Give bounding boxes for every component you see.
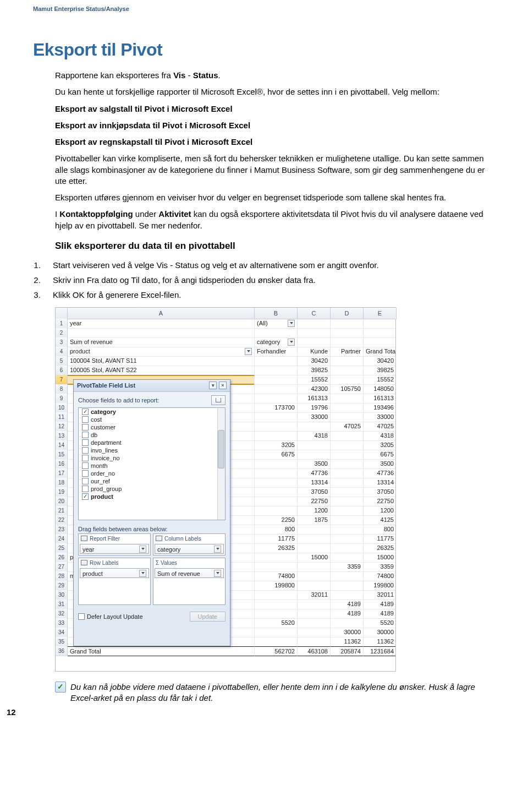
- cell[interactable]: [331, 478, 364, 488]
- table-row[interactable]: 1year(All): [56, 319, 395, 328]
- cell[interactable]: 1200: [364, 506, 395, 516]
- row-header[interactable]: 23: [56, 525, 68, 535]
- cell[interactable]: 3359: [331, 562, 364, 572]
- row-header[interactable]: 19: [56, 487, 68, 497]
- row-header[interactable]: 22: [56, 515, 68, 525]
- pivot-field-product[interactable]: product: [79, 493, 225, 500]
- cell[interactable]: 42300: [298, 384, 331, 394]
- row-header[interactable]: 1: [56, 319, 68, 329]
- cell[interactable]: [331, 440, 364, 450]
- cell[interactable]: 30000: [364, 628, 395, 637]
- cell[interactable]: [255, 506, 298, 516]
- row-header[interactable]: 15: [56, 450, 68, 460]
- cell[interactable]: Sum of revenue: [68, 337, 255, 347]
- cell[interactable]: 173700: [255, 403, 298, 413]
- cell[interactable]: 19796: [298, 403, 331, 413]
- cell[interactable]: 33000: [364, 412, 395, 422]
- cell[interactable]: [331, 487, 364, 497]
- row-header[interactable]: 28: [56, 571, 68, 581]
- cell[interactable]: Kunde: [298, 347, 331, 357]
- cell[interactable]: [331, 394, 364, 404]
- cell[interactable]: [331, 431, 364, 441]
- row-header[interactable]: 31: [56, 600, 68, 609]
- cell[interactable]: 1875: [298, 515, 331, 525]
- cell[interactable]: 3205: [255, 440, 298, 450]
- cell[interactable]: 30000: [331, 628, 364, 637]
- cell[interactable]: [255, 487, 298, 497]
- chevron-down-icon[interactable]: [139, 570, 146, 577]
- row-header[interactable]: 18: [56, 478, 68, 488]
- scrollbar-thumb[interactable]: [218, 430, 224, 468]
- row-header[interactable]: 16: [56, 459, 68, 469]
- cell[interactable]: [298, 637, 331, 647]
- cell[interactable]: 15552: [364, 375, 395, 385]
- row-header[interactable]: 17: [56, 468, 68, 478]
- cell[interactable]: 37050: [364, 487, 395, 497]
- cell[interactable]: [364, 328, 395, 338]
- cell[interactable]: [331, 366, 364, 375]
- cell[interactable]: 800: [255, 525, 298, 535]
- row-header[interactable]: 3: [56, 337, 68, 347]
- cell[interactable]: 22750: [298, 497, 331, 506]
- table-row[interactable]: 2: [56, 328, 395, 337]
- cell[interactable]: [255, 356, 298, 366]
- cell[interactable]: 30420: [298, 356, 331, 366]
- field-chip-category[interactable]: category: [155, 544, 224, 554]
- row-header[interactable]: 35: [56, 637, 68, 647]
- cell[interactable]: 6675: [364, 450, 395, 460]
- cell[interactable]: 26325: [255, 543, 298, 553]
- cell[interactable]: 4189: [331, 600, 364, 609]
- cell[interactable]: [298, 628, 331, 637]
- cell[interactable]: [298, 328, 331, 338]
- cell[interactable]: [255, 412, 298, 422]
- cell[interactable]: 15552: [298, 375, 331, 385]
- row-header[interactable]: 8: [56, 384, 68, 394]
- cell[interactable]: 4189: [364, 609, 395, 619]
- pivot-field-category[interactable]: category: [79, 408, 225, 416]
- cell[interactable]: 3500: [364, 459, 395, 469]
- cell[interactable]: [255, 394, 298, 404]
- cell[interactable]: 4125: [364, 515, 395, 525]
- cell[interactable]: 1200: [298, 506, 331, 516]
- row-header[interactable]: 30: [56, 590, 68, 600]
- checkbox-icon[interactable]: [82, 455, 89, 461]
- cell[interactable]: [298, 609, 331, 619]
- row-header[interactable]: 24: [56, 534, 68, 544]
- checkbox-icon[interactable]: [82, 447, 89, 454]
- cell[interactable]: 3359: [364, 562, 395, 572]
- cell[interactable]: [331, 337, 364, 347]
- cell[interactable]: [68, 328, 255, 338]
- chevron-down-icon[interactable]: [214, 546, 221, 553]
- cell[interactable]: [255, 628, 298, 637]
- cell[interactable]: [298, 422, 331, 432]
- cell[interactable]: 47736: [298, 468, 331, 478]
- cell[interactable]: [331, 618, 364, 628]
- row-header[interactable]: 7: [56, 375, 68, 385]
- checkbox-icon[interactable]: [82, 462, 89, 469]
- cell[interactable]: 22750: [364, 497, 395, 506]
- row-header[interactable]: 11: [56, 412, 68, 422]
- cell[interactable]: [331, 553, 364, 563]
- pivot-field-prod_group[interactable]: prod_group: [79, 485, 225, 493]
- cell[interactable]: [255, 422, 298, 432]
- cell[interactable]: 193496: [364, 403, 395, 413]
- cell[interactable]: Grand Total: [68, 646, 255, 656]
- cell[interactable]: 11775: [255, 534, 298, 544]
- area-column-labels[interactable]: Column Labels category: [153, 533, 226, 555]
- cell[interactable]: [331, 571, 364, 581]
- row-header[interactable]: 20: [56, 497, 68, 506]
- cell[interactable]: 11362: [364, 637, 395, 647]
- cell[interactable]: 4189: [331, 609, 364, 619]
- cell[interactable]: 74800: [364, 571, 395, 581]
- cell[interactable]: Partner: [331, 347, 364, 357]
- cell[interactable]: 5520: [364, 618, 395, 628]
- chevron-down-icon[interactable]: [288, 339, 295, 346]
- cell[interactable]: [331, 412, 364, 422]
- cell[interactable]: [331, 534, 364, 544]
- cell[interactable]: [298, 319, 331, 329]
- cell[interactable]: 161313: [298, 394, 331, 404]
- cell[interactable]: 32011: [298, 590, 331, 600]
- cell[interactable]: [255, 600, 298, 609]
- cell[interactable]: [255, 590, 298, 600]
- cell[interactable]: [331, 515, 364, 525]
